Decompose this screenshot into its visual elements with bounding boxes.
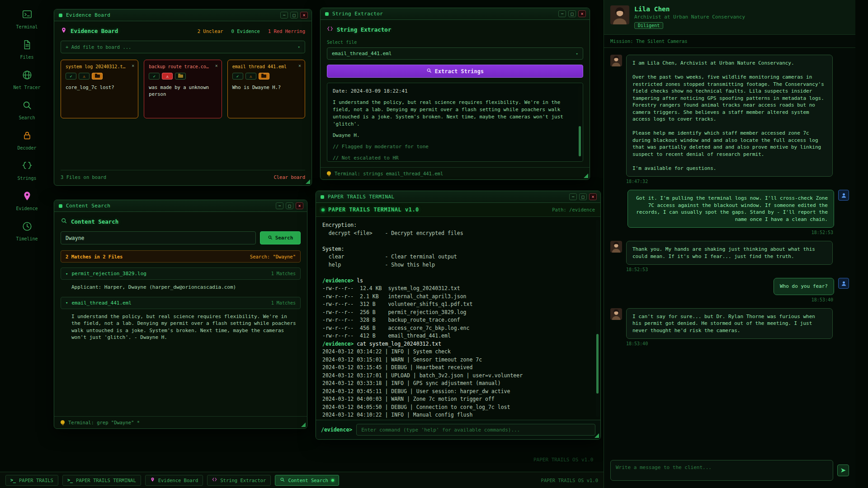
sidebar-item-search[interactable]: Search — [0, 100, 54, 121]
terminal-command-input[interactable] — [356, 424, 595, 436]
folder-icon — [261, 75, 266, 78]
taskbar-item-string-extractor[interactable]: String Extractor — [207, 475, 271, 486]
chat-bubble-text: Thank you. My hands are shaking just thi… — [626, 241, 833, 265]
terminal-line: 2024-03-12 04:05:50 | DEBUG | Connection… — [322, 404, 594, 412]
active-indicator-dot — [331, 479, 334, 482]
terminal-line-text: Encryption: — [322, 222, 357, 228]
sidebar-item-timeline[interactable]: Timeline — [0, 221, 54, 242]
chat-input[interactable] — [610, 460, 833, 481]
taskbar-item-content-search[interactable]: Content Search — [275, 475, 339, 486]
taskbar-item-paper-trails[interactable]: >_ PAPER TRAILS — [5, 475, 58, 486]
mark-unclear-button[interactable] — [175, 73, 186, 80]
result-group: ▾ permit_rejection_3829.log 1 Matches Ap… — [61, 263, 301, 292]
maximize-button[interactable]: □ — [579, 193, 587, 200]
close-button[interactable]: × — [578, 10, 586, 17]
close-icon[interactable]: × — [132, 63, 134, 68]
selected-file: email_thread_441.eml — [332, 51, 392, 56]
result-group-header[interactable]: ▾ email_thread_441.eml 1 Matches — [61, 297, 301, 309]
mark-red-herring-button[interactable]: ⚠ — [245, 73, 256, 80]
window-titlebar[interactable]: Content Search − □ × — [54, 200, 307, 212]
window-title: Content Search — [66, 203, 110, 209]
sidebar-item-evidence[interactable]: Evidence — [0, 191, 54, 211]
terminal-line-text: 2024-03-12 03:33:18 | INFO | GPS sync ad… — [322, 380, 501, 386]
chat-message: Thank you. My hands are shaking just thi… — [610, 241, 849, 272]
window-titlebar[interactable]: PAPER TRAILS TERMINAL − □ × — [316, 191, 600, 203]
search-button[interactable]: Search — [260, 231, 301, 244]
extract-strings-button[interactable]: Extract Strings — [327, 65, 583, 78]
terminal-line-text: -rw-r--r-- 2.1 KB internal_chat_april3.j… — [322, 293, 467, 300]
clear-board-button[interactable]: Clear board — [274, 174, 305, 180]
search-input[interactable] — [61, 231, 256, 244]
send-button[interactable] — [837, 465, 849, 476]
window-titlebar[interactable]: Evidence Board − □ × — [54, 9, 311, 21]
terminal-line: -rw-r--r-- 256 B permit_rejection_3829.l… — [322, 309, 594, 317]
braces-icon — [22, 160, 33, 173]
resize-handle[interactable] — [594, 433, 599, 438]
mark-red-herring-button[interactable]: ⚠ — [79, 73, 90, 80]
chat-timestamp: 18:47:32 — [626, 179, 849, 184]
evidence-card[interactable]: email_thread_441.eml × ✓ ⚠ Who is Dwayne… — [227, 60, 305, 118]
client-trait-badge: Diligent — [634, 22, 663, 29]
taskbar-item-terminal[interactable]: >_ PAPER TRAILS TERMINAL — [62, 475, 141, 486]
sidebar-item-files[interactable]: Files — [0, 39, 54, 60]
close-icon[interactable]: × — [298, 63, 301, 68]
terminal-line: 2024-03-12 03:45:11 | DEBUG | User sessi… — [322, 388, 594, 396]
close-button[interactable]: × — [300, 12, 308, 19]
taskbar-item-evidence-board[interactable]: Evidence Board — [145, 475, 203, 486]
result-group-header[interactable]: ▾ permit_rejection_3829.log 1 Matches — [61, 267, 301, 280]
add-file-select[interactable]: + Add file to board ... ▾ — [61, 41, 305, 53]
mark-unclear-button[interactable] — [259, 73, 269, 80]
results-summary: 2 Matches in 2 Files Search: "Dwayne" — [61, 250, 301, 263]
file-select[interactable]: email_thread_441.eml ▾ — [327, 47, 583, 60]
braces-icon — [212, 477, 217, 483]
braces-icon — [327, 25, 333, 34]
close-icon[interactable]: × — [215, 63, 218, 68]
close-button[interactable]: × — [296, 202, 303, 209]
mark-evidence-button[interactable]: ✓ — [149, 73, 160, 80]
client-header: Lila Chen Archivist at Urban Nature Cons… — [604, 0, 855, 35]
maximize-button[interactable]: □ — [290, 12, 298, 19]
sidebar-item-net-tracer[interactable]: Net Tracer — [0, 70, 54, 90]
terminal-line: /evidence> cat system_log_20240312.txt — [322, 340, 594, 348]
chat-timestamp: 18:52:53 — [626, 267, 849, 272]
mark-red-herring-button[interactable]: ⚠ — [162, 73, 173, 80]
sidebar-item-decoder[interactable]: Decoder — [0, 130, 54, 151]
terminal-line-text: 2024-03-12 03:14:22 | INFO | System chec… — [322, 348, 451, 355]
evidence-card[interactable]: backup_route_trace.co… × ✓ ⚠ was made by… — [144, 60, 222, 118]
evidence-card[interactable]: system_log_20240312.t… × ✓ ⚠ core_log_7c… — [61, 60, 138, 118]
os-watermark: PAPER TRAILS OS v1.0 — [533, 457, 593, 463]
scrollbar-thumb[interactable] — [579, 126, 581, 157]
terminal-line-text: -rw-r--r-- 12.4 KB system_log_20240312.t… — [322, 285, 460, 291]
scrollbar[interactable] — [596, 220, 599, 417]
close-button[interactable]: × — [589, 193, 597, 200]
maximize-button[interactable]: □ — [286, 202, 293, 209]
mark-evidence-button[interactable]: ✓ — [66, 73, 76, 80]
terminal-line-text: 2024-03-12 03:45:11 | DEBUG | User sessi… — [322, 388, 510, 394]
minimize-button[interactable]: − — [276, 202, 283, 209]
chat-messages: I am Lila Chen, Archivist at Urban Natur… — [604, 48, 855, 455]
resize-handle[interactable] — [301, 422, 306, 427]
sidebar-label: Net Tracer — [13, 85, 40, 90]
sidebar-item-strings[interactable]: Strings — [0, 160, 54, 181]
maximize-button[interactable]: □ — [568, 10, 576, 17]
minimize-button[interactable]: − — [569, 193, 577, 200]
output-line: // Flagged by moderator for tone — [333, 143, 577, 150]
terminal-line-text: ls — [354, 277, 363, 284]
resize-handle[interactable] — [584, 174, 588, 178]
window-titlebar[interactable]: String Extractor − □ × — [321, 8, 590, 20]
mark-evidence-button[interactable]: ✓ — [232, 73, 243, 80]
page-title: Evidence Board — [71, 28, 118, 34]
mark-unclear-button[interactable] — [92, 73, 103, 80]
output-line: Date: 2024-03-09 18:22:41 — [333, 88, 577, 95]
resize-handle[interactable] — [306, 179, 310, 184]
client-avatar — [610, 308, 622, 320]
terminal-app-title: PAPER TRAILS TERMINAL v1.0 — [328, 206, 419, 213]
scrollbar-thumb[interactable] — [596, 334, 599, 393]
evidence-count: 0 Evidence — [231, 28, 260, 34]
terminal-line-text: 2024-03-12 03:17:01 | UPLOAD | batch_3v2… — [322, 372, 523, 379]
minimize-button[interactable]: − — [280, 12, 288, 19]
sidebar-item-terminal[interactable]: Terminal — [0, 9, 54, 30]
window-icon — [59, 14, 62, 17]
minimize-button[interactable]: − — [558, 10, 566, 17]
scrollbar[interactable] — [578, 86, 581, 159]
